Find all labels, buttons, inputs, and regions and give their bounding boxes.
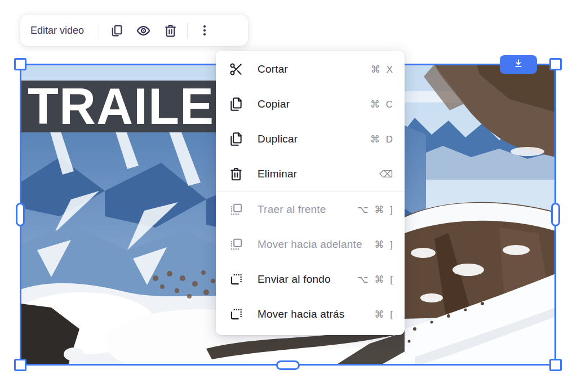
menu-item-label: Cortar [258, 63, 371, 75]
menu-item-shortcut: ⌘ D [370, 133, 394, 145]
menu-item-shortcut: ⌘ [ [375, 309, 394, 320]
more-options-button[interactable] [192, 18, 217, 43]
editor-screen: TRAILER Editar video [0, 0, 577, 392]
element-toolbar: Editar video [20, 15, 248, 46]
menu-item-enviar-al-fondo[interactable]: Enviar al fondo⌥ ⌘ [ [216, 262, 405, 297]
toolbar-divider [99, 23, 99, 38]
menu-item-shortcut: ⌫ [379, 168, 394, 180]
trash-icon [163, 24, 177, 38]
send-backward-icon [228, 307, 243, 322]
trash-icon [228, 167, 243, 182]
copy-icon [109, 24, 123, 38]
menu-item-traer-al-frente: Traer al frente⌥ ⌘ ] [216, 192, 405, 227]
copy-icon [228, 97, 243, 112]
preview-button[interactable] [131, 18, 156, 43]
menu-item-shortcut: ⌥ ⌘ [ [357, 274, 394, 286]
menu-item-shortcut: ⌘ ] [375, 239, 394, 251]
menu-item-mover-hacia-atras[interactable]: Mover hacia atrás⌘ [ [216, 297, 405, 332]
bring-to-front-icon [228, 202, 243, 217]
send-to-back-icon [228, 272, 243, 287]
eye-icon [136, 23, 151, 38]
menu-item-label: Eliminar [258, 168, 379, 180]
menu-item-label: Enviar al fondo [258, 273, 357, 286]
selection-handle-bottom-left[interactable] [14, 359, 26, 371]
menu-item-label: Copiar [258, 98, 370, 110]
selection-handle-middle-left[interactable] [16, 203, 25, 226]
selection-handle-top-left[interactable] [14, 58, 26, 70]
menu-item-shortcut: ⌥ ⌘ ] [357, 204, 394, 216]
menu-item-label: Mover hacia adelante [258, 238, 375, 251]
selection-handle-top-right[interactable] [549, 58, 562, 70]
menu-item-duplicar[interactable]: Duplicar⌘ D [216, 122, 405, 157]
bring-forward-icon [228, 237, 243, 252]
menu-item-eliminar[interactable]: Eliminar⌫ [216, 157, 405, 191]
menu-item-cortar[interactable]: Cortar⌘ X [216, 52, 405, 87]
download-icon [512, 57, 525, 72]
download-button[interactable] [500, 55, 537, 74]
context-menu: Cortar⌘ XCopiar⌘ CDuplicar⌘ DEliminar⌫Tr… [216, 51, 405, 335]
kebab-menu-icon [198, 24, 211, 37]
delete-button[interactable] [158, 18, 183, 43]
menu-item-label: Mover hacia atrás [258, 308, 375, 320]
selection-handle-bottom-center[interactable] [276, 360, 300, 370]
menu-item-label: Duplicar [258, 133, 370, 145]
duplicate-icon [228, 132, 243, 147]
edit-video-button[interactable]: Editar video [28, 25, 95, 37]
menu-item-mover-hacia-adelante: Mover hacia adelante⌘ ] [216, 227, 405, 262]
selection-handle-bottom-right[interactable] [549, 359, 562, 371]
menu-item-shortcut: ⌘ X [371, 64, 394, 75]
menu-item-shortcut: ⌘ C [370, 99, 394, 110]
scissors-icon [228, 62, 243, 77]
duplicate-button[interactable] [104, 18, 128, 43]
menu-item-label: Traer al frente [258, 203, 357, 216]
menu-item-copiar[interactable]: Copiar⌘ C [216, 87, 405, 122]
toolbar-divider [187, 23, 188, 38]
selection-handle-middle-right[interactable] [551, 203, 560, 226]
